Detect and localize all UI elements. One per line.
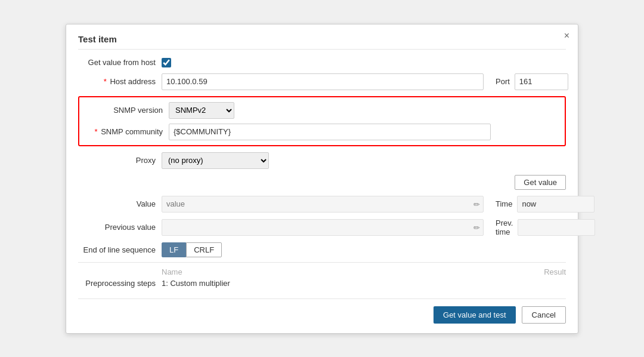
host-address-input[interactable]: [162, 73, 484, 90]
preprocessing-section: Name Result Preprocessing steps 1: Custo…: [78, 262, 566, 288]
snmp-community-input[interactable]: [169, 124, 491, 140]
prev-value-input-wrap: ✏: [162, 219, 484, 236]
prev-value-row: Previous value ✏ Prev. time: [78, 218, 566, 236]
prev-time-label: Prev. time: [496, 218, 513, 236]
previous-value-input[interactable]: [162, 219, 484, 236]
preprocessing-header: Name Result: [78, 267, 566, 276]
eol-label: End of line sequence: [78, 245, 162, 254]
proxy-row: Proxy (no proxy): [78, 152, 566, 169]
value-input[interactable]: [162, 196, 484, 213]
time-section: Time: [496, 196, 595, 213]
preprocessing-name-col: Name: [162, 267, 182, 276]
required-star-community: *: [95, 127, 98, 136]
port-input[interactable]: [515, 73, 568, 90]
preprocessing-step-1: 1: Custom multiplier: [162, 279, 230, 288]
snmp-community-label: * SNMP community: [85, 127, 169, 136]
eol-btn-group: LF CRLF: [162, 242, 222, 257]
get-value-from-host-checkbox[interactable]: [162, 58, 171, 67]
get-value-row: Get value: [78, 175, 566, 190]
cancel-button[interactable]: Cancel: [522, 306, 566, 324]
time-label: Time: [496, 199, 512, 208]
snmp-version-label: SNMP version: [85, 106, 169, 115]
value-input-wrap: ✏: [162, 196, 484, 213]
snmp-version-select[interactable]: SNMPv1 SNMPv2 SNMPv3: [169, 102, 234, 119]
preprocessing-row-left: Preprocessing steps 1: Custom multiplier: [78, 279, 230, 288]
value-label: Value: [78, 199, 162, 208]
port-label: Port: [496, 77, 510, 86]
eol-lf-button[interactable]: LF: [162, 242, 186, 257]
preprocessing-result-col: Result: [544, 267, 566, 276]
eol-row: End of line sequence LF CRLF: [78, 242, 566, 257]
prev-time-input[interactable]: [518, 219, 595, 236]
proxy-select[interactable]: (no proxy): [162, 152, 269, 169]
host-address-label: * Host address: [78, 77, 162, 86]
footer-row: Get value and test Cancel: [78, 298, 566, 324]
preprocessing-step-label: Preprocessing steps: [78, 279, 162, 288]
value-row: Value ✏ Time: [78, 196, 566, 213]
test-item-dialog: Test item × Get value from host * Host a…: [66, 24, 578, 334]
dialog-title: Test item: [78, 34, 566, 50]
required-star: *: [104, 77, 107, 86]
eol-crlf-button[interactable]: CRLF: [186, 242, 222, 257]
time-input[interactable]: [517, 196, 595, 213]
snmp-community-row: * SNMP community: [85, 124, 559, 140]
preprocessing-row-1: Preprocessing steps 1: Custom multiplier: [78, 279, 566, 288]
get-value-from-host-label: Get value from host: [78, 58, 162, 67]
get-value-and-test-button[interactable]: Get value and test: [434, 306, 516, 324]
host-port-row: * Host address Port: [78, 73, 566, 90]
port-section: Port: [496, 73, 568, 90]
previous-value-label: Previous value: [78, 223, 162, 232]
get-value-from-host-checkbox-wrap: [162, 58, 171, 67]
prev-time-section: Prev. time: [496, 218, 595, 236]
close-button[interactable]: ×: [564, 30, 569, 41]
get-value-button[interactable]: Get value: [515, 175, 566, 190]
get-value-from-host-row: Get value from host: [78, 58, 566, 67]
snmp-version-row: SNMP version SNMPv1 SNMPv2 SNMPv3: [85, 102, 559, 119]
snmp-section: SNMP version SNMPv1 SNMPv2 SNMPv3 * SNMP…: [78, 96, 566, 146]
proxy-label: Proxy: [78, 156, 162, 165]
